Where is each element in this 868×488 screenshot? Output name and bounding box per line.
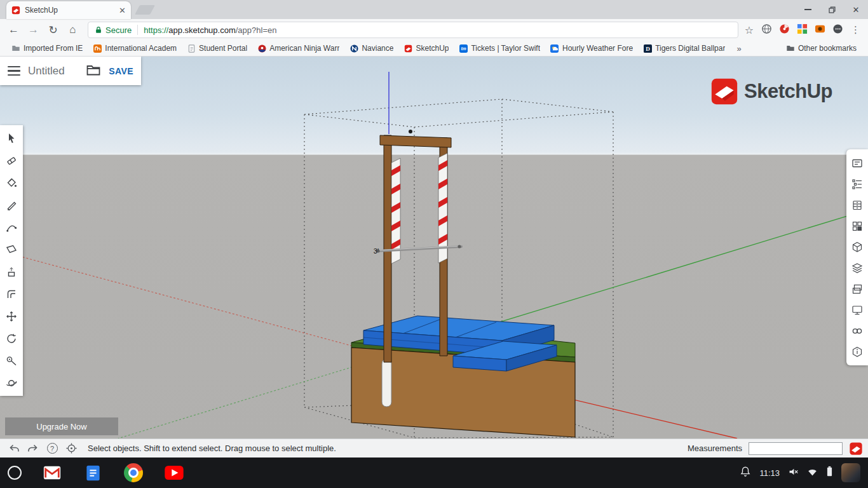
bookmark-item[interactable]: tm Tickets | Taylor Swift (454, 43, 545, 54)
weather-favicon-icon (550, 44, 559, 53)
extensions-row (761, 24, 843, 37)
left-post (384, 135, 391, 362)
browser-tab[interactable]: SketchUp ✕ (6, 1, 131, 19)
orbit-tool-icon[interactable] (0, 372, 23, 394)
clock: 11:13 (759, 468, 780, 478)
reload-icon[interactable]: ↻ (44, 22, 62, 39)
launcher-button[interactable] (8, 466, 22, 480)
new-tab-button[interactable] (135, 5, 155, 15)
maximize-button[interactable] (827, 5, 836, 14)
layers-icon[interactable] (846, 257, 868, 278)
bookmarks-overflow-chevron[interactable]: » (730, 44, 747, 53)
wifi-icon (807, 466, 818, 480)
camera-extension-icon[interactable] (815, 24, 825, 37)
ninja-warrior-favicon-icon (257, 44, 266, 53)
bookmark-item[interactable]: D Tigers Digital Ballpar (638, 43, 730, 54)
select-tool-icon[interactable] (0, 127, 23, 149)
bookmark-item[interactable]: Naviance (344, 43, 398, 54)
bookmark-label: Student Portal (199, 44, 247, 53)
notification-bell-icon[interactable] (740, 466, 751, 480)
bookmark-item[interactable]: SketchUp (398, 43, 454, 54)
tab-title: SketchUp (25, 6, 114, 15)
youtube-shelf-icon[interactable] (164, 463, 184, 483)
svg-text:tm: tm (461, 46, 466, 51)
other-bookmarks-button[interactable]: Other bookmarks (781, 43, 862, 54)
grid-extension-icon[interactable] (797, 24, 808, 37)
viewport-3d[interactable]: 3' (0, 57, 868, 438)
move-tool-icon[interactable] (0, 305, 23, 327)
save-button[interactable]: SAVE (109, 66, 133, 76)
line-tool-icon[interactable] (0, 194, 23, 216)
home-icon[interactable]: ⌂ (64, 22, 81, 39)
undo-icon[interactable] (5, 441, 23, 456)
arc-tool-icon[interactable] (0, 216, 23, 238)
tab-close-icon[interactable]: ✕ (119, 6, 126, 15)
bookmark-item[interactable]: Imported From IE (6, 43, 88, 54)
window-controls: ✕ (803, 0, 860, 19)
outliner-icon[interactable] (846, 173, 868, 194)
rectangle-tool-icon[interactable] (0, 238, 23, 261)
upgrade-now-button[interactable]: Upgrade Now (5, 417, 118, 435)
tape-measure-tool-icon[interactable] (0, 349, 23, 372)
bookmark-label: SketchUp (416, 44, 449, 53)
push-pull-tool-icon[interactable] (0, 261, 23, 283)
components-icon[interactable] (846, 194, 868, 215)
sketchup-status-logo-icon (849, 442, 863, 456)
url-text: https://app.sketchup.com/app?hl=en (144, 25, 276, 35)
globe-extension-icon[interactable] (761, 24, 772, 37)
browser-toolbar: ← → ↻ ⌂ Secure https://app.sketchup.com/… (0, 19, 868, 41)
model-geometry[interactable] (351, 130, 575, 437)
chrome-shelf-icon[interactable] (123, 463, 144, 483)
forward-icon[interactable]: → (25, 22, 42, 39)
styles-icon[interactable] (846, 236, 868, 257)
hamburger-menu-icon[interactable] (8, 66, 20, 76)
display-icon[interactable] (846, 299, 868, 320)
ticketmaster-favicon-icon: tm (459, 44, 468, 53)
scenes-icon[interactable] (846, 278, 868, 299)
gmail-shelf-icon[interactable] (42, 463, 62, 483)
bookmark-label: Hourly Weather Fore (562, 44, 633, 53)
entity-info-icon[interactable] (846, 152, 868, 173)
sketchup-favicon-icon (11, 6, 20, 15)
bookmark-item[interactable]: International Academ (88, 43, 182, 54)
browser-menu-icon[interactable]: ⋮ (848, 24, 863, 36)
close-window-button[interactable]: ✕ (851, 5, 860, 14)
document-title: Untitled (28, 65, 78, 78)
sketchup-logo: SketchUp (710, 78, 832, 105)
shelf: 11:13 (0, 458, 868, 488)
address-omnibox[interactable]: Secure https://app.sketchup.com/app?hl=e… (88, 22, 738, 38)
help-icon[interactable]: ? (43, 441, 61, 456)
sketchup-logo-text: SketchUp (744, 80, 832, 103)
chat-extension-icon[interactable] (832, 24, 843, 37)
user-avatar[interactable] (841, 463, 860, 482)
folder-icon (786, 44, 795, 53)
right-panel-rail (846, 149, 868, 365)
bookmark-item[interactable]: Student Portal (182, 43, 252, 54)
folder-icon (11, 44, 20, 53)
url-scheme: https:// (144, 25, 168, 35)
dimension-label: 3' (374, 247, 379, 255)
omnibox-divider (137, 25, 138, 35)
materials-icon[interactable] (846, 215, 868, 236)
model-info-icon[interactable] (846, 341, 868, 362)
measurements-input[interactable] (749, 442, 843, 455)
back-icon[interactable]: ← (5, 22, 22, 39)
bookmark-label: Imported From IE (24, 44, 83, 53)
minimize-button[interactable] (803, 5, 812, 14)
offset-tool-icon[interactable] (0, 283, 23, 305)
bookmark-item[interactable]: American Ninja Warr (252, 43, 344, 54)
bookmark-star-icon[interactable]: ☆ (745, 24, 754, 36)
pinwheel-extension-icon[interactable] (779, 24, 790, 37)
eraser-tool-icon[interactable] (0, 149, 23, 172)
svg-text:D: D (646, 46, 650, 52)
rotate-tool-icon[interactable] (0, 327, 23, 349)
paint-bucket-tool-icon[interactable] (0, 172, 23, 194)
bookmark-item[interactable]: Hourly Weather Fore (545, 43, 638, 54)
system-tray[interactable]: 11:13 (740, 463, 860, 482)
redo-icon[interactable] (24, 441, 42, 456)
open-folder-icon[interactable] (86, 62, 101, 80)
left-toolbar (0, 125, 23, 396)
docs-shelf-icon[interactable] (83, 463, 103, 483)
geolocate-icon[interactable] (62, 441, 80, 456)
views-icon[interactable] (846, 320, 868, 341)
